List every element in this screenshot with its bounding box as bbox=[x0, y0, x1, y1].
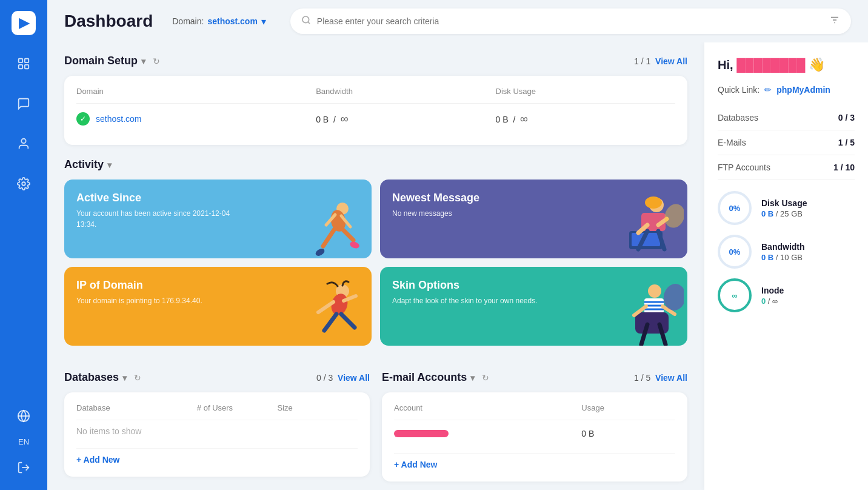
quick-link-row: Quick Link: ✏ phpMyAdmin bbox=[718, 85, 855, 95]
svg-point-5 bbox=[22, 182, 25, 186]
activity-header: Activity ▾ bbox=[64, 158, 687, 171]
svg-point-9 bbox=[302, 16, 309, 23]
email-add-new-button[interactable]: + Add New bbox=[394, 453, 675, 471]
domain-setup-table: Domain Bandwidth Disk Usage ✓ sethost.co… bbox=[64, 76, 687, 145]
svg-rect-1 bbox=[25, 59, 28, 62]
stat-value-emails: 1 / 5 bbox=[838, 138, 855, 147]
email-col-account: Account bbox=[394, 403, 581, 412]
domain-col-disk: Disk Usage bbox=[496, 87, 675, 96]
stats-list: Databases 0 / 3 E-Mails 1 / 5 FTP Accoun… bbox=[718, 106, 855, 180]
svg-point-20 bbox=[315, 247, 326, 258]
domain-chevron-icon[interactable]: ▾ bbox=[261, 16, 266, 27]
bandwidth-used: 0 B bbox=[761, 253, 773, 262]
circles-area: 0% Disk Usage 0 B / 25 GB 0% Bandwidth bbox=[718, 191, 855, 312]
bandwidth-chart: 0% bbox=[718, 235, 752, 269]
ip-domain-illustration bbox=[300, 279, 367, 346]
domain-selector: Domain: sethost.com ▾ bbox=[172, 16, 266, 27]
search-bar bbox=[290, 8, 851, 34]
sidebar-item-logout[interactable] bbox=[12, 456, 35, 479]
stat-value-databases: 0 / 3 bbox=[838, 113, 855, 122]
databases-refresh[interactable]: ↻ bbox=[134, 373, 141, 383]
activity-grid: Active Since Your account has been activ… bbox=[64, 180, 687, 346]
skin-options-text: Adapt the look of the skin to your own n… bbox=[392, 295, 562, 306]
email-accounts-section: E-mail Accounts ▾ ↻ 1 / 5 View All Accou… bbox=[382, 359, 687, 482]
sidebar-item-messages[interactable] bbox=[12, 92, 35, 115]
stat-row-databases: Databases 0 / 3 bbox=[718, 106, 855, 130]
language-label[interactable]: EN bbox=[18, 437, 29, 446]
active-since-illustration bbox=[305, 198, 366, 258]
disk-usage-chart: 0% bbox=[718, 191, 752, 225]
svg-rect-3 bbox=[25, 65, 28, 69]
databases-table: Database # of Users Size No items to sho… bbox=[64, 392, 370, 477]
sidebar-item-apps[interactable] bbox=[12, 52, 35, 75]
db-add-new-button[interactable]: + Add New bbox=[76, 448, 358, 466]
sidebar-item-user[interactable] bbox=[12, 132, 35, 155]
sidebar-item-globe[interactable] bbox=[12, 404, 35, 428]
ip-domain-text: Your domain is pointing to 176.9.34.40. bbox=[76, 295, 246, 306]
svg-line-34 bbox=[324, 314, 336, 331]
activity-chevron[interactable]: ▾ bbox=[107, 160, 112, 170]
email-col-usage: Usage bbox=[581, 403, 675, 412]
domain-disk: 0 B / ∞ bbox=[496, 113, 675, 126]
quick-link-label: Quick Link: bbox=[718, 85, 760, 95]
domain-link[interactable]: sethost.com bbox=[96, 114, 141, 124]
stat-label-databases: Databases bbox=[718, 113, 758, 122]
greeting: Hi, ████████ 👋 bbox=[718, 57, 855, 73]
right-sidebar: Hi, ████████ 👋 Quick Link: ✏ phpMyAdmin … bbox=[704, 42, 868, 490]
domain-setup-count: 1 / 1 View All bbox=[634, 56, 687, 66]
email-accounts-count: 1 / 5 View All bbox=[634, 373, 687, 383]
databases-section: Databases ▾ ↻ 0 / 3 View All Database # … bbox=[64, 359, 370, 482]
svg-point-38 bbox=[648, 284, 661, 298]
circle-row-disk: 0% Disk Usage 0 B / 25 GB bbox=[718, 191, 855, 225]
domain-setup-chevron[interactable]: ▾ bbox=[141, 56, 145, 66]
databases-chevron[interactable]: ▾ bbox=[122, 373, 127, 383]
email-accounts-view-all[interactable]: View All bbox=[655, 373, 687, 383]
circle-row-inode: ∞ Inode 0 / ∞ bbox=[718, 278, 855, 312]
db-no-items: No items to show bbox=[76, 420, 358, 442]
activity-card-active-since[interactable]: Active Since Your account has been activ… bbox=[64, 180, 372, 258]
svg-line-17 bbox=[341, 228, 353, 240]
newest-message-text: No new messages bbox=[392, 208, 562, 219]
quick-link-edit-icon[interactable]: ✏ bbox=[764, 85, 772, 95]
inode-used: 0 bbox=[761, 297, 766, 306]
inode-chart: ∞ bbox=[718, 278, 752, 312]
search-input[interactable] bbox=[317, 16, 823, 26]
email-accounts-table: Account Usage 0 B + Add New bbox=[382, 392, 687, 482]
stat-row-ftp: FTP Accounts 1 / 10 bbox=[718, 155, 855, 180]
stat-label-ftp: FTP Accounts bbox=[718, 163, 770, 172]
db-col-users: # of Users bbox=[197, 403, 278, 412]
inode-values: 0 / ∞ bbox=[761, 297, 784, 306]
quick-link-value[interactable]: phpMyAdmin bbox=[776, 85, 830, 95]
body-area: Domain Setup ▾ ↻ 1 / 1 View All Domain B… bbox=[47, 42, 868, 490]
activity-card-ip-domain[interactable]: IP of Domain Your domain is pointing to … bbox=[64, 267, 372, 346]
db-table-head: Database # of Users Size bbox=[76, 403, 358, 420]
email-accounts-refresh[interactable]: ↻ bbox=[482, 373, 489, 383]
domain-value[interactable]: sethost.com bbox=[207, 16, 257, 26]
email-table-head: Account Usage bbox=[394, 403, 675, 420]
databases-count: 0 / 3 View All bbox=[316, 373, 370, 383]
domain-setup-title: Domain Setup ▾ bbox=[64, 55, 145, 67]
domain-setup-view-all[interactable]: View All bbox=[655, 56, 687, 66]
email-accounts-chevron[interactable]: ▾ bbox=[470, 373, 475, 383]
domain-status-icon: ✓ bbox=[76, 112, 90, 126]
wave-icon: 👋 bbox=[809, 57, 825, 72]
domain-setup-refresh[interactable]: ↻ bbox=[153, 56, 160, 66]
filter-icon[interactable] bbox=[829, 15, 840, 28]
activity-card-newest-message[interactable]: Newest Message No new messages bbox=[380, 180, 687, 258]
main-content: Dashboard Domain: sethost.com ▾ bbox=[47, 0, 868, 490]
db-col-database: Database bbox=[76, 403, 197, 412]
sidebar-item-settings[interactable] bbox=[12, 172, 35, 195]
center-panel: Domain Setup ▾ ↻ 1 / 1 View All Domain B… bbox=[47, 42, 704, 490]
svg-line-10 bbox=[308, 22, 310, 24]
databases-header: Databases ▾ ↻ 0 / 3 View All bbox=[64, 371, 370, 384]
databases-view-all[interactable]: View All bbox=[338, 373, 370, 383]
bandwidth-label: Bandwidth bbox=[761, 242, 805, 252]
newest-message-illustration bbox=[617, 192, 684, 258]
search-icon bbox=[301, 15, 311, 27]
email-accounts-header: E-mail Accounts ▾ ↻ 1 / 5 View All bbox=[382, 371, 687, 384]
disk-usage-label: Disk Usage bbox=[761, 198, 807, 208]
bottom-two-col: Databases ▾ ↻ 0 / 3 View All Database # … bbox=[64, 359, 687, 482]
logo-button[interactable]: ▶ bbox=[12, 11, 36, 35]
header: Dashboard Domain: sethost.com ▾ bbox=[47, 0, 868, 42]
activity-card-skin-options[interactable]: Skin Options Adapt the look of the skin … bbox=[380, 267, 687, 346]
